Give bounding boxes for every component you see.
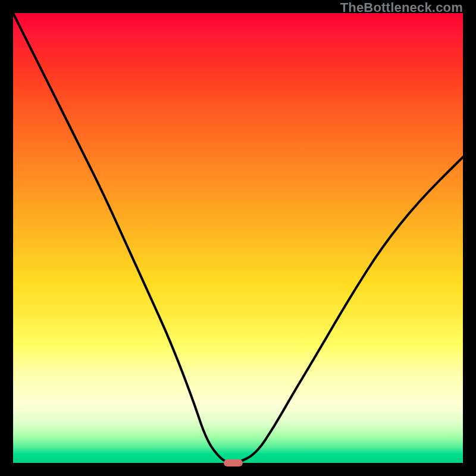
watermark-label: TheBottleneck.com [340,0,463,15]
bottleneck-curve [13,13,463,463]
optimal-marker [224,459,243,466]
chart-stage: TheBottleneck.com [0,0,476,476]
plot-area [13,13,463,463]
